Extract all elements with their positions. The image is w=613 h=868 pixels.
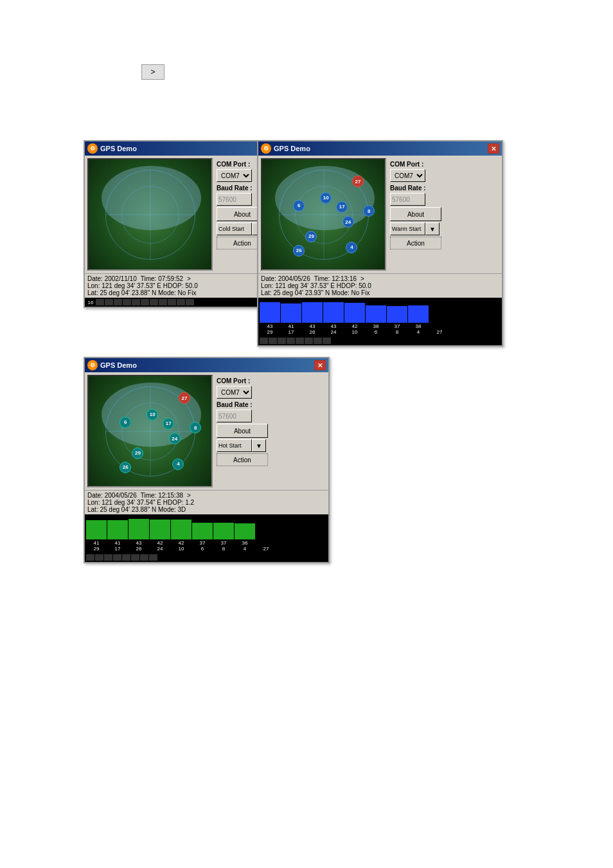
sigbar-3-1 xyxy=(86,520,107,539)
status-block-3d xyxy=(113,554,121,561)
sat-4-win3: 4 xyxy=(172,458,184,470)
gps-icon-2: ⚙ xyxy=(261,143,271,154)
controls-2: COM Port : COM7 Baud Rate : About Warm S… xyxy=(389,158,499,271)
signum-2-5: 42 xyxy=(344,323,365,329)
signum-2-7: 37 xyxy=(387,323,407,329)
satid-3-6: 6 xyxy=(192,546,213,552)
status-block-2c xyxy=(278,338,286,344)
satid-2-4: 24 xyxy=(323,329,344,335)
info-arrow-3[interactable]: > xyxy=(187,492,191,499)
signum-2-1: 43 xyxy=(260,323,280,329)
forward-button[interactable]: > xyxy=(141,64,164,80)
signal-bars-win3: 41 41 43 42 42 37 37 36 29 17 26 24 10 6… xyxy=(85,514,328,553)
baud-rate-value-3 xyxy=(217,410,252,422)
status-block-1d xyxy=(123,299,131,305)
bottom-status-3 xyxy=(85,553,328,562)
com-port-select-1[interactable]: COM7 xyxy=(217,169,252,182)
com-port-select-3[interactable]: COM7 xyxy=(217,386,252,399)
lon-row-2: Lon: 121 deg 34' 37.53" E HDOP: 50.0 xyxy=(261,282,499,289)
top-nav-section: > xyxy=(141,64,164,80)
sat-6-win2: 6 xyxy=(293,200,305,212)
title-left-1: ⚙ GPS Demo xyxy=(87,143,137,154)
info-arrow-2[interactable]: > xyxy=(360,275,364,282)
close-button-2[interactable]: ✕ xyxy=(488,143,499,154)
info-arrow-1[interactable]: > xyxy=(187,275,191,282)
gps-icon-1: ⚙ xyxy=(87,143,98,154)
status-block-2e xyxy=(296,338,304,344)
about-button-2[interactable]: About xyxy=(390,207,441,221)
satid-2-1: 29 xyxy=(260,329,280,335)
baud-rate-value-1 xyxy=(217,193,252,206)
time-3: Time: 12:15:38 xyxy=(141,492,183,499)
status-block-1g xyxy=(150,299,158,305)
start-mode-group-2: Warm Start ▼ xyxy=(390,222,498,235)
date-1: Date: 2002/11/10 xyxy=(87,275,137,282)
date-3: Date: 2004/05/26 xyxy=(87,492,137,499)
sigbar-3-2 xyxy=(107,520,128,539)
status-block-1e xyxy=(132,299,140,305)
status-block-1a xyxy=(96,299,104,305)
lon-1: Lon: 121 deg 34' 37.53" E HDOP: 50.0 xyxy=(87,282,198,289)
lat-row-3: Lat: 25 deg 04' 23.88" N Mode: 3D xyxy=(87,506,326,513)
status-block-1k xyxy=(186,299,194,305)
action-button-3[interactable]: Action xyxy=(217,453,268,466)
com-port-select-2[interactable]: COM7 xyxy=(390,169,425,182)
status-block-3f xyxy=(131,554,139,561)
status-block-1h xyxy=(159,299,167,305)
status-block-3b xyxy=(95,554,103,561)
signum-3-3: 43 xyxy=(129,540,149,546)
sigbar-3-5 xyxy=(171,520,191,539)
close-button-3[interactable]: ✕ xyxy=(314,360,326,370)
start-mode-arrow-2[interactable]: ▼ xyxy=(425,222,440,235)
sigbar-3-6 xyxy=(192,523,213,539)
globe-crosshair-v-1 xyxy=(150,170,150,260)
sat-17-win3: 17 xyxy=(163,418,174,429)
globe-3: 27 10 17 6 8 24 29 26 4 xyxy=(87,375,213,487)
status-block-2a xyxy=(260,338,268,344)
controls-3: COM Port : COM7 Baud Rate : About Hot St… xyxy=(215,375,326,487)
sat-10-win3: 10 xyxy=(147,409,158,420)
signum-3-1: 41 xyxy=(86,540,107,546)
signum-2-6: 38 xyxy=(366,323,386,329)
signum-3-6: 37 xyxy=(192,540,213,546)
sigbar-2-8 xyxy=(408,305,429,323)
start-mode-display-1: Cold Start xyxy=(217,222,252,235)
signal-bars-win2: 43 41 43 43 42 38 37 38 29 17 26 24 10 6… xyxy=(258,298,502,336)
status-block-2h xyxy=(323,338,331,344)
globe-2: 27 10 17 6 8 24 29 26 4 xyxy=(261,158,386,271)
title-left-3: ⚙ GPS Demo xyxy=(87,360,137,370)
status-block-2f xyxy=(305,338,313,344)
globe-crosshair-v-2 xyxy=(323,170,324,260)
status-block-3c xyxy=(104,554,112,561)
sigbar-2-6 xyxy=(366,305,386,323)
about-button-3[interactable]: About xyxy=(217,424,268,438)
satid-3-5: 10 xyxy=(171,546,191,552)
gps-body-3: 27 10 17 6 8 24 29 26 4 COM Port : COM7 … xyxy=(85,372,328,490)
satid-3-2: 17 xyxy=(107,546,128,552)
sigbar-3-3 xyxy=(129,519,149,539)
sat-8-win2: 8 xyxy=(363,205,375,217)
sigbar-2-3 xyxy=(302,302,323,323)
sat-29-win3: 29 xyxy=(132,448,143,459)
title-bar-3: ⚙ GPS Demo ✕ xyxy=(85,358,328,372)
signum-3-2: 41 xyxy=(107,540,128,546)
lon-row-3: Lon: 121 deg 34' 37.54" E HDOP: 1.2 xyxy=(87,499,326,506)
satid-2-2: 17 xyxy=(281,329,301,335)
satid-3-3: 26 xyxy=(129,546,149,552)
sigbar-2-7 xyxy=(387,306,407,323)
signum-2-3: 43 xyxy=(302,323,323,329)
signum-2-4: 43 xyxy=(323,323,344,329)
signum-2-2: 41 xyxy=(281,323,301,329)
title-bar-2: ⚙ GPS Demo ✕ xyxy=(258,141,502,156)
start-mode-group-3: Hot Start ▼ xyxy=(217,439,324,452)
status-block-1j xyxy=(177,299,185,305)
lat-2: Lat: 25 deg 04' 23.93" N Mode: No Fix xyxy=(261,289,369,296)
action-button-2[interactable]: Action xyxy=(390,237,441,249)
start-mode-arrow-3[interactable]: ▼ xyxy=(252,439,266,452)
sat-6-win3: 6 xyxy=(120,417,131,428)
com-port-label-2: COM Port : xyxy=(390,161,498,168)
status-block-3h xyxy=(149,554,157,561)
status-block-2b xyxy=(269,338,277,344)
sigbar-2-5 xyxy=(344,303,365,323)
sat-24-win3: 24 xyxy=(169,433,181,444)
